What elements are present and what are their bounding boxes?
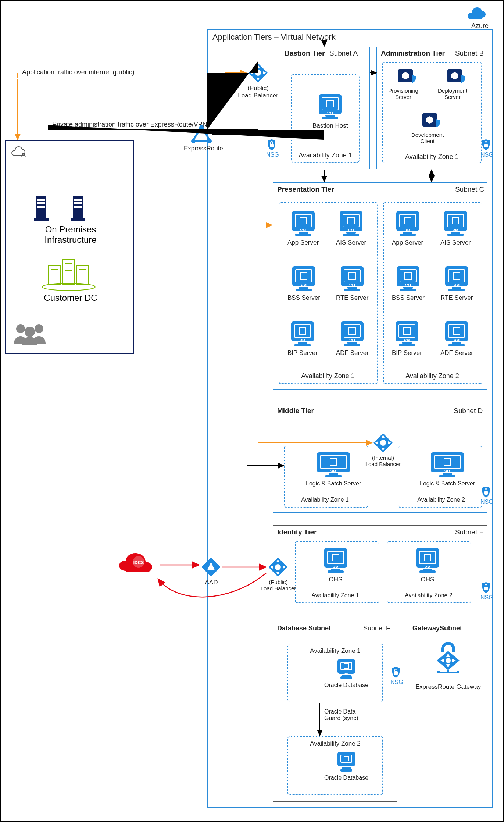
vnet-title: Application Tiers – Virtual Network (212, 32, 336, 42)
vm-ohs-2: VMOHS (416, 548, 439, 583)
vm-oracle-db-1: VMOracle Database (324, 659, 368, 688)
vm-ais-server-2: VMAIS Server (440, 211, 471, 246)
presentation-subnet: Subnet C (455, 185, 484, 193)
nsg-label-admin: NSG (480, 152, 492, 158)
load-balancer-internal-icon (373, 433, 393, 455)
middle-az2-label: Availability Zone 2 (408, 497, 474, 503)
identity-subnet: Subnet E (455, 528, 484, 536)
svg-rect-42 (484, 144, 488, 147)
aad-icon (201, 557, 221, 579)
svg-point-26 (255, 70, 261, 76)
cloud-users-icon (10, 146, 28, 163)
azure-cloud-icon (466, 7, 486, 22)
svg-rect-50 (484, 587, 488, 590)
middle-az1-label: Availability Zone 1 (292, 497, 358, 503)
idcs-icon: IDCS (118, 550, 159, 581)
svg-rect-61 (394, 671, 398, 675)
svg-point-44 (380, 440, 386, 446)
public-lb-label: (Public) Load Balancer (236, 85, 280, 99)
svg-text:IDCS: IDCS (133, 560, 144, 565)
admin-traffic-label: Private administration traffic over Expr… (52, 121, 207, 128)
svg-rect-8 (74, 202, 82, 204)
vm-adf-server-2: VMADF Server (440, 321, 473, 357)
db-title: Database Subnet (277, 624, 331, 632)
server-rack-icon-1 (34, 196, 60, 224)
odg-label: Oracle Data Guard (sync) (324, 708, 376, 722)
gateway-label: ExpressRoute Gateway (413, 683, 483, 691)
svg-point-63 (446, 658, 451, 663)
presentation-title: Presentation Tier (277, 185, 334, 193)
vm-rte-server-2: VMRTE Server (440, 266, 473, 302)
middle-subnet: Subnet D (454, 407, 483, 415)
vm-logic-batch-2: VMLogic & Batch Server (420, 452, 475, 487)
admin-az1-label: Availability Zone 1 (401, 153, 462, 161)
svg-rect-71 (457, 671, 459, 673)
svg-rect-9 (74, 206, 82, 208)
nsg-label-bastion: NSG (266, 152, 277, 158)
vm-adf-server-1: VMADF Server (336, 321, 369, 357)
svg-rect-5 (34, 218, 49, 221)
nsg-icon-identity (481, 582, 491, 595)
customer-dc-icon (41, 258, 96, 293)
svg-point-22 (16, 324, 25, 333)
development-client: Development Client (418, 113, 444, 144)
middle-title: Middle Tier (277, 407, 314, 415)
db-az2-label: Availability Zone 2 (302, 740, 368, 747)
presentation-az1-label: Availability Zone 1 (295, 372, 361, 380)
svg-point-52 (275, 564, 281, 570)
svg-point-24 (25, 327, 35, 337)
vm-ohs-1: VMOHS (324, 548, 347, 583)
svg-rect-69 (438, 672, 458, 673)
server-rack-icon-2 (71, 196, 96, 224)
svg-point-23 (35, 324, 43, 333)
svg-rect-14 (76, 266, 88, 285)
load-balancer-public2-icon (268, 557, 288, 579)
azure-label: Azure (471, 22, 489, 30)
nsg-label-middle: NSG (480, 499, 492, 505)
svg-rect-70 (437, 671, 440, 673)
provisioning-server: Provisioning Server (394, 68, 420, 100)
identity-az2-label: Availability Zone 2 (396, 592, 462, 599)
svg-rect-35 (270, 144, 274, 147)
customer-dc-label: Customer DC (37, 293, 104, 303)
app-traffic-label: Application traffic over internet (publi… (22, 68, 135, 76)
vm-app-server-1: VMApp Server (287, 211, 319, 246)
onprem-label: On Premises Infrastructure (34, 224, 107, 245)
vm-ais-server-1: VMAIS Server (336, 211, 366, 246)
db-subnet: Subnet F (363, 624, 390, 632)
bastion-az1-label: Availability Zone 1 (295, 152, 356, 159)
aad-label: AAD (202, 579, 221, 586)
nsg-icon-bastion (267, 139, 276, 152)
svg-rect-10 (71, 218, 85, 221)
nsg-icon-db (391, 666, 401, 680)
db-az1-label: Availability Zone 1 (302, 647, 368, 655)
presentation-az2-label: Availability Zone 2 (399, 372, 465, 380)
deployment-server: Deployment Server (443, 68, 469, 100)
vm-oracle-db-2: VMOracle Database (324, 752, 368, 781)
vm-rte-server-1: VMRTE Server (336, 266, 369, 302)
identity-az1-label: Availability Zone 1 (302, 592, 368, 599)
bastion-title: Bastion Tier (285, 49, 325, 57)
nsg-label-db: NSG (390, 679, 401, 686)
nsg-icon-admin (481, 139, 491, 152)
public-lb2-label: (Public) Load Balancer (258, 579, 299, 591)
svg-rect-3 (37, 202, 45, 204)
expressroute-gateway-icon (434, 642, 462, 675)
identity-title: Identity Tier (277, 528, 317, 536)
vm-app-server-2: VMApp Server (392, 211, 423, 246)
svg-point-34 (191, 139, 196, 143)
svg-rect-7 (74, 199, 82, 201)
vm-logic-batch-1: VMLogic & Batch Server (306, 452, 361, 487)
load-balancer-public-icon (248, 63, 268, 85)
people-icon (10, 321, 50, 348)
bastion-subnet: Subnet A (329, 49, 358, 57)
svg-rect-49 (484, 491, 488, 495)
expressroute-label: ExpressRoute (184, 145, 221, 152)
vm-bip-server-1: VMBIP Server (287, 321, 318, 357)
svg-point-33 (207, 139, 212, 143)
gateway-title: GatewaySubnet (412, 624, 462, 632)
vm-bip-server-2: VMBIP Server (392, 321, 422, 357)
admin-title: Administration Tier (381, 49, 445, 57)
vm-bss-server-2: VMBSS Server (392, 266, 425, 302)
svg-rect-4 (37, 206, 45, 208)
